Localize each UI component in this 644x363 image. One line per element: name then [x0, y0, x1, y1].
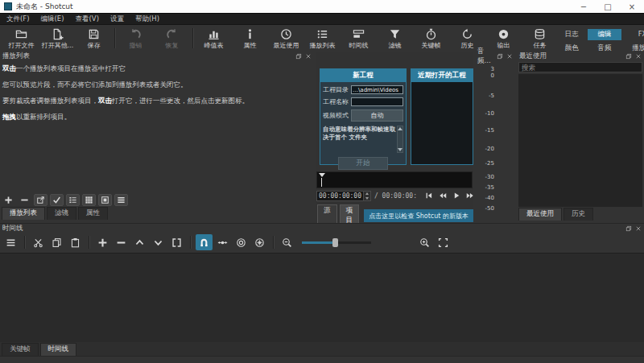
timeline-split-button[interactable] — [168, 234, 185, 250]
toolbar-save-button[interactable]: 保存 — [76, 27, 112, 50]
recent-tab-recent[interactable]: 最近使用 — [518, 208, 562, 221]
update-notice-button[interactable]: 点击这里以检查 Shotcut 的新版本 — [364, 209, 473, 222]
timeline-zoom-fit-button[interactable] — [435, 234, 452, 250]
dock-tab-keyframes[interactable]: 关键帧 — [2, 343, 39, 356]
transport-rewind-button[interactable] — [439, 192, 447, 201]
ripple-icon — [236, 237, 246, 248]
playlist-view-tiles-button[interactable] — [82, 194, 96, 206]
playlist-remove-button[interactable] — [18, 194, 31, 206]
toolbar-recent-button[interactable]: 最近使用 — [268, 27, 304, 50]
playlist-update-button[interactable] — [34, 194, 47, 206]
transport-skip-start-button[interactable] — [425, 192, 433, 201]
position-spinbox[interactable]: 00:00:00:00 — [316, 191, 371, 201]
minimize-button[interactable]: − — [572, 0, 596, 13]
view-details-icon — [68, 196, 77, 204]
playlist-menu-button[interactable] — [114, 194, 128, 206]
project-dir-input[interactable] — [351, 85, 403, 94]
toolbar-jobs-button[interactable]: 任务 — [522, 27, 558, 50]
transport-play-button[interactable] — [452, 192, 460, 201]
seek-bar[interactable] — [316, 171, 473, 188]
timeline-cut-button[interactable] — [30, 234, 47, 250]
menu-settings[interactable]: 设置 — [110, 14, 124, 24]
recent-panel: 最近使用 最近使用历史 — [517, 52, 644, 222]
timeline-ripple-button[interactable] — [233, 234, 250, 250]
menu-help[interactable]: 帮助(H) — [135, 14, 159, 24]
float-panel-icon[interactable] — [295, 53, 302, 60]
play-icon — [452, 192, 460, 200]
timeline-copy-button[interactable] — [48, 234, 65, 250]
transport-fast-forward-button[interactable] — [466, 192, 474, 201]
scroll-up-icon[interactable] — [398, 127, 402, 130]
toolbar-keyframes-button[interactable]: 关键帧 — [413, 27, 449, 50]
close-panel-icon[interactable] — [506, 53, 513, 60]
timeline-ripple-all-button[interactable] — [251, 234, 268, 250]
playlist-add-button[interactable] — [2, 194, 15, 206]
video-mode-button[interactable]: 自动 — [351, 109, 403, 122]
timeline-zoom-slider[interactable] — [302, 237, 371, 249]
meter-scale-label: -25 — [478, 160, 494, 167]
playlist-tab-properties[interactable]: 属性 — [78, 207, 108, 220]
maximize-button[interactable]: □ — [596, 0, 620, 13]
float-panel-icon[interactable] — [497, 53, 503, 60]
status-bar — [0, 356, 644, 363]
redo-icon — [166, 28, 178, 40]
playlist-view-icons-button[interactable] — [98, 194, 112, 206]
recent-projects-title: 近期打开的工程 — [411, 69, 473, 82]
timeline-overwrite-button[interactable] — [150, 234, 167, 250]
timeline-ripple-delete-button[interactable] — [113, 234, 130, 250]
toolbar-peak-meter-button[interactable]: 峰值表 — [196, 27, 232, 50]
view-tiles-icon — [85, 196, 93, 204]
recent-list[interactable] — [518, 74, 642, 207]
dock-tab-timeline[interactable]: 时间线 — [40, 343, 77, 356]
recent-tab-history[interactable]: 历史 — [564, 208, 593, 221]
timeline-snap-button[interactable] — [196, 234, 213, 250]
search-input[interactable] — [518, 62, 642, 72]
scroll-down-icon[interactable] — [398, 148, 402, 151]
zoom-slider-handle[interactable] — [332, 238, 338, 247]
audio-meter-header: 音频... — [475, 52, 515, 61]
float-panel-icon[interactable] — [625, 53, 632, 60]
layout-switcher: 日志编辑FX 颜色音频播放器 — [558, 27, 644, 54]
toolbar-open-other-button[interactable]: 打开其他... — [39, 27, 76, 50]
close-panel-icon[interactable] — [635, 53, 642, 60]
toolbar-properties-button[interactable]: 属性 — [232, 27, 268, 50]
playhead-icon[interactable] — [319, 173, 325, 177]
layout-edit-button[interactable]: 编辑 — [588, 29, 621, 40]
close-button[interactable]: × — [620, 0, 644, 13]
window-title: 未命名 - Shotcut — [16, 2, 73, 12]
layout-log-button[interactable]: 日志 — [558, 29, 585, 40]
timeline-lift-button[interactable] — [131, 234, 148, 250]
timeline-tracks-area[interactable] — [0, 253, 644, 342]
toolbar-timeline-button[interactable]: 时间线 — [341, 27, 377, 50]
audio-meter-scale: 30-5-10-15-20-25-30-35-40-50 — [475, 61, 515, 222]
hint-scrollbar[interactable] — [397, 126, 403, 153]
zoom-out-icon — [282, 237, 292, 248]
shotcut-window: { "window": { "title": "未命名 - Shotcut", … — [0, 0, 644, 363]
timeline-zoom-in-button[interactable] — [416, 234, 433, 250]
project-name-input[interactable] — [351, 97, 403, 106]
timeline-paste-button[interactable] — [67, 234, 84, 250]
menu-edit[interactable]: 编辑(E) — [41, 14, 64, 24]
toolbar-open-file-button[interactable]: 打开文件 — [3, 27, 39, 50]
playlist-select-button[interactable] — [50, 194, 64, 206]
close-panel-icon[interactable] — [635, 225, 642, 232]
toolbar-playlist-button[interactable]: 播放列表 — [304, 27, 341, 50]
float-panel-icon[interactable] — [625, 225, 632, 232]
menu-view[interactable]: 查看(V) — [76, 14, 99, 24]
meter-scale-label: -40 — [478, 195, 494, 201]
timeline-zoom-out-button[interactable] — [279, 234, 295, 250]
split-icon — [171, 237, 182, 248]
layout-fx-button[interactable]: FX — [624, 29, 644, 40]
menu-file[interactable]: 文件(F) — [6, 14, 30, 24]
playlist-view-details-button[interactable] — [66, 194, 80, 206]
spin-down-icon[interactable] — [364, 196, 370, 201]
recent-panel-title: 最近使用 — [519, 52, 547, 61]
playlist-tab-filters[interactable]: 滤镜 — [47, 207, 76, 220]
timeline-scrub-button[interactable] — [214, 234, 231, 250]
timeline-menu-button[interactable] — [2, 234, 19, 250]
toolbar-filters-button[interactable]: 滤镜 — [377, 27, 413, 50]
close-panel-icon[interactable] — [305, 53, 312, 60]
timeline-append-button[interactable] — [94, 234, 111, 250]
start-button[interactable]: 开始 — [338, 157, 388, 170]
playlist-tab-playlist[interactable]: 播放列表 — [2, 207, 45, 220]
